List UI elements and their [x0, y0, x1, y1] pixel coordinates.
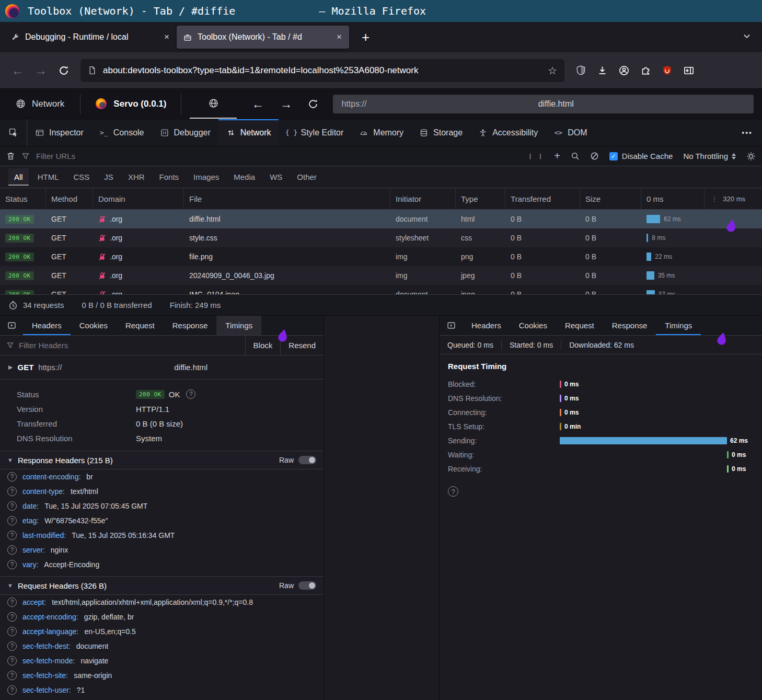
extensions-icon[interactable] — [641, 65, 651, 75]
tab-dom[interactable]: <> DOM — [546, 119, 595, 146]
tab-style-editor[interactable]: { } Style Editor — [279, 119, 351, 146]
privacy-shield-icon[interactable] — [576, 65, 586, 75]
column-header-type[interactable]: Type — [456, 188, 505, 209]
checkbox-checked-icon[interactable]: ✓ — [609, 152, 618, 160]
filter-tab-ws[interactable]: WS — [264, 168, 288, 186]
disclosure-triangle-icon[interactable]: ▶ — [8, 364, 13, 371]
header-item[interactable]: ?server:nginx — [0, 543, 324, 557]
tab-headers[interactable]: Headers — [23, 316, 71, 335]
header-item[interactable]: ?last-modified:Tue, 15 Jul 2025 05:16:34… — [0, 528, 324, 543]
help-icon[interactable]: ? — [7, 531, 17, 540]
sidebar-toggle-icon[interactable] — [684, 65, 694, 76]
column-header-method[interactable]: Method — [46, 188, 93, 209]
forward-button[interactable]: → — [30, 63, 51, 78]
toolbox-forward-button[interactable]: → — [280, 97, 292, 111]
raw-toggle[interactable] — [298, 456, 316, 464]
header-item[interactable]: ?sec-fetch-user:?1 — [0, 683, 324, 697]
list-all-tabs-icon[interactable] — [742, 31, 752, 41]
request-headers-section[interactable]: ▼ Request Headers (326 B) Raw — [0, 576, 324, 595]
disclosure-triangle-icon[interactable]: ▼ — [7, 582, 13, 589]
header-item[interactable]: ?etag:W/"6875e432-f55e" — [0, 513, 324, 528]
column-menu-icon[interactable]: ⋮ — [711, 195, 718, 203]
filter-urls-input[interactable] — [36, 152, 522, 160]
disclosure-triangle-icon[interactable]: ▼ — [7, 457, 13, 463]
help-icon[interactable]: ? — [7, 598, 17, 607]
tab-accessibility[interactable]: Accessibility — [470, 119, 546, 146]
column-header-waterfall[interactable]: 0 ms ⋮320 ms — [641, 188, 762, 209]
toolbox-reload-button[interactable] — [308, 99, 318, 109]
header-item[interactable]: ?accept:text/html,application/xhtml+xml,… — [0, 595, 324, 610]
performance-clock-icon[interactable] — [8, 301, 18, 310]
filter-tab-css[interactable]: CSS — [68, 168, 96, 186]
pause-traffic-icon[interactable]: ❘ ❘ — [528, 152, 544, 160]
tab-request[interactable]: Request — [556, 316, 603, 335]
url-bar[interactable]: about:devtools-toolbox?type=tab&id=1&rem… — [80, 59, 564, 82]
back-button[interactable]: ← — [7, 63, 28, 78]
tab-headers[interactable]: Headers — [463, 316, 510, 335]
help-icon[interactable]: ? — [7, 685, 17, 695]
tab-cookies[interactable]: Cookies — [71, 316, 117, 335]
tab-inspector[interactable]: Inspector — [27, 119, 91, 146]
response-headers-section[interactable]: ▼ Response Headers (215 B) Raw — [0, 451, 324, 469]
request-row-img0104[interactable]: 200 OK GET .org IMG_0104.jpeg document j… — [0, 285, 762, 294]
tab-response[interactable]: Response — [603, 316, 656, 335]
browser-tab-debugging[interactable]: Debugging - Runtime / local × — [4, 26, 177, 49]
help-icon[interactable]: ? — [7, 656, 17, 665]
toggle-details-pane-icon[interactable] — [440, 316, 463, 335]
reload-button[interactable] — [53, 65, 74, 76]
filter-tab-all[interactable]: All — [8, 168, 29, 186]
tab-request[interactable]: Request — [117, 316, 164, 335]
block-button[interactable]: Block — [245, 336, 281, 355]
new-request-icon[interactable]: + — [554, 150, 560, 162]
bookmark-star-icon[interactable]: ☆ — [548, 64, 557, 77]
header-item[interactable]: ?sec-fetch-dest:document — [0, 639, 324, 653]
column-header-transferred[interactable]: Transferred — [505, 188, 580, 209]
throttling-select[interactable]: No Throttling — [683, 152, 736, 160]
pick-element-icon[interactable] — [0, 119, 27, 146]
header-item[interactable]: ?accept-language:en-US,en;q=0.5 — [0, 624, 324, 639]
disable-cache-checkbox[interactable]: ✓ Disable Cache — [609, 152, 673, 160]
filter-tab-html[interactable]: HTML — [32, 168, 65, 186]
column-header-file[interactable]: File — [184, 188, 390, 209]
help-icon[interactable]: ? — [7, 516, 17, 525]
request-row-diffie[interactable]: 200 OK GET .org diffie.html document htm… — [0, 210, 762, 228]
filter-tab-other[interactable]: Other — [291, 168, 322, 186]
toolbox-back-button[interactable]: ← — [251, 97, 264, 111]
tab-cookies[interactable]: Cookies — [510, 316, 556, 335]
raw-toggle[interactable] — [298, 581, 316, 590]
column-header-domain[interactable]: Domain — [93, 188, 184, 209]
tab-response[interactable]: Response — [164, 316, 217, 335]
search-icon[interactable] — [571, 152, 580, 160]
help-icon[interactable]: ? — [7, 560, 17, 569]
clear-requests-icon[interactable] — [6, 152, 15, 160]
help-icon[interactable]: ? — [7, 545, 17, 555]
column-header-initiator[interactable]: Initiator — [390, 188, 456, 209]
filter-tab-js[interactable]: JS — [98, 168, 119, 186]
request-row-jpg[interactable]: 200 OK GET .org 20240909_0_0046_03.jpg i… — [0, 266, 762, 285]
tab-network[interactable]: Network — [218, 119, 279, 146]
tab-storage[interactable]: Storage — [411, 119, 470, 146]
tab-console[interactable]: >_ Console — [91, 119, 152, 146]
header-item[interactable]: ?sec-fetch-mode:navigate — [0, 653, 324, 668]
request-row-style[interactable]: 200 OK GET .org style.css stylesheet css… — [0, 228, 762, 247]
close-tab-icon[interactable]: × — [336, 32, 343, 42]
header-item[interactable]: ?content-type:text/html — [0, 484, 324, 499]
close-tab-icon[interactable]: × — [163, 32, 170, 42]
devtools-overflow-menu-icon[interactable]: ••• — [732, 119, 762, 146]
request-row-filepng[interactable]: 200 OK GET .org file.png img png 0 B 0 B… — [0, 247, 762, 266]
help-icon[interactable]: ? — [7, 641, 17, 651]
help-icon[interactable]: ? — [186, 389, 195, 399]
frame-tab[interactable] — [190, 89, 237, 119]
column-header-size[interactable]: Size — [580, 188, 641, 209]
filter-tab-media[interactable]: Media — [228, 168, 261, 186]
column-header-status[interactable]: Status — [0, 188, 46, 209]
request-summary-line[interactable]: ▶ GET https:// diffie.html — [0, 355, 324, 380]
browser-tab-toolbox[interactable]: Toolbox (Network) - Tab / #d × — [177, 26, 349, 49]
ublock-icon[interactable] — [662, 65, 672, 75]
tab-debugger[interactable]: Debugger — [152, 119, 218, 146]
help-icon[interactable]: ? — [7, 501, 17, 511]
block-request-icon[interactable] — [590, 152, 599, 160]
header-item[interactable]: ?accept-encoding:gzip, deflate, br — [0, 610, 324, 624]
download-icon[interactable] — [597, 65, 607, 75]
header-item[interactable]: ?sec-fetch-site:same-origin — [0, 668, 324, 683]
